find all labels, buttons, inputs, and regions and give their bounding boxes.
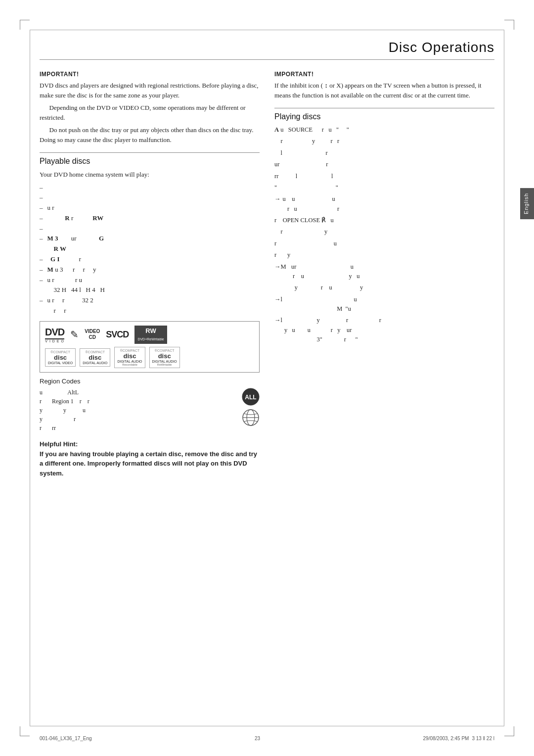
pd-line4: ur r [274, 160, 494, 169]
border-left [30, 30, 30, 726]
important-text-2: If the inhibit icon ( ↕ or X) appears on… [274, 81, 494, 100]
edit-icon: ✎ [70, 329, 79, 340]
pd-line8: r y [274, 227, 494, 236]
page-content: Disc Operations Important! DVD discs and… [40, 40, 494, 716]
cd-digital-audio-rewritable: ®COMPACT disc DIGITAL AUDIO ReWritable [149, 347, 180, 368]
pd-line11: y r u y [274, 283, 494, 292]
helpful-hint-title: Helpful Hint: [40, 439, 260, 449]
region-text: u AltL r Region 1 r r y y u y r r rr [40, 388, 234, 432]
pd-line5: rr l l [274, 172, 494, 181]
list-item: M u 3 r r y [40, 265, 260, 275]
footer-date: 29/08/2003, 2:45 PM 3 13 ll 22 l [423, 736, 494, 741]
region-line3: y y u [40, 406, 234, 415]
region-line5: r rr [40, 424, 234, 432]
list-item: R r RW [40, 213, 260, 224]
pd-line6: " " [274, 183, 494, 192]
important-text-1b: Depending on the DVD or VIDEO CD, some o… [40, 103, 260, 122]
divider-2 [274, 108, 494, 108]
important-label-1: Important! [40, 70, 260, 79]
pd-arrow1: → u u u r u r [274, 194, 494, 214]
list-item [40, 183, 260, 193]
left-column: Important! DVD discs and players are des… [40, 70, 260, 478]
cd-digital-audio-recordable: ®COMPACT disc DIGITAL AUDIO Recordable [114, 347, 145, 368]
arrow-icon-2: →M [274, 262, 286, 272]
cd-digital-audio-plain: ®COMPACT disc DIGITAL AUDIO [80, 348, 110, 367]
pd-arrow4: →l y r ry u u r y ur 3" r " [274, 316, 494, 344]
region-line1: u AltL [40, 388, 234, 397]
important-text-1a: DVD discs and players are designed with … [40, 81, 260, 100]
region-codes-title: Region Codes [40, 378, 260, 385]
list-item: u r r 32 2 [40, 295, 260, 306]
pd-line3: l r [274, 148, 494, 158]
all-globe-icon: ALL [242, 388, 260, 406]
border-bottom [30, 726, 504, 726]
two-column-layout: Important! DVD discs and players are des… [40, 70, 494, 478]
important-text-1c: Do not push on the disc tray or put any … [40, 125, 260, 144]
corner-mark-tr [504, 20, 514, 30]
footer-file-ref: 001-046_LX36_17_Eng [40, 736, 92, 741]
pd-line7: r OPEN CLOSE ℟ u [274, 216, 494, 225]
list-item: G I r [40, 254, 260, 265]
border-right [504, 30, 504, 726]
playing-discs-heading: Playing discs [274, 112, 494, 121]
list-item: u r r u [40, 275, 260, 285]
important-block-2: Important! If the inhibit icon ( ↕ or X)… [274, 70, 494, 100]
world-globe-icon [242, 409, 260, 426]
list-item [40, 192, 260, 203]
disc-logos-box: DVD V I D E O ✎ VIDEOCD SVCD RWDVD+ReWri… [40, 321, 260, 373]
important-block-1: Important! DVD discs and players are des… [40, 70, 260, 144]
footer-extra: 3 13 ll 22 l [472, 736, 494, 741]
list-item: R W [40, 244, 260, 254]
pd-arrow3: →l u M "u [274, 295, 494, 314]
corner-mark-br [504, 726, 514, 736]
playable-discs-intro: Your DVD home cinema system will play: [40, 170, 260, 180]
page-title: Disc Operations [40, 40, 494, 60]
corner-mark-bl [20, 726, 30, 736]
rw-logo: RWDVD+ReWritable [134, 326, 167, 344]
playable-discs-heading: Playable discs [40, 157, 260, 166]
videocd-logo: VIDEOCD [85, 329, 100, 340]
helpful-hint: Helpful Hint: If you are having trouble … [40, 439, 260, 478]
pd-line9: r u [274, 239, 494, 248]
region-icons: ALL [242, 388, 260, 426]
list-item [40, 224, 260, 234]
list-item: u r [40, 203, 260, 213]
disc-logos-row1: DVD V I D E O ✎ VIDEOCD SVCD RWDVD+ReWri… [45, 326, 254, 344]
important-label-2: Important! [274, 70, 494, 79]
language-tab: English [520, 188, 534, 219]
svcd-logo: SVCD [106, 330, 129, 340]
border-top [30, 30, 504, 30]
pd-line2: r y r r [274, 137, 494, 146]
footer-date-text: 29/08/2003, 2:45 PM [423, 736, 469, 741]
region-row: u AltL r Region 1 r r y y u y r r rr [40, 388, 260, 432]
arrow-icon-4: →l [274, 316, 282, 325]
right-column: Important! If the inhibit icon ( ↕ or X)… [274, 70, 494, 478]
list-item: r r [40, 306, 260, 316]
region-line4: y r [40, 415, 234, 424]
pd-line1: A u SOURCE r u " " [274, 125, 494, 135]
disc-logos-row2: ®COMPACT disc DIGITAL VIDEO ®COMPACT dis… [45, 347, 254, 368]
pd-arrow3-text: u M "u [284, 295, 357, 314]
region-line2: r Region 1 r r [40, 397, 234, 406]
pd-arrow1-text: u u u r u r [283, 194, 340, 214]
arrow-icon: → [274, 194, 281, 204]
page-footer: 001-046_LX36_17_Eng 23 29/08/2003, 2:45 … [40, 736, 494, 741]
list-item: M 3 ur G [40, 234, 260, 244]
pd-arrow2: →M ur u r u y u [274, 262, 494, 282]
pd-arrow2-text: ur u r u y u [288, 262, 360, 282]
region-section: Region Codes u AltL r Region 1 r r y y u… [40, 378, 260, 432]
footer-page-number: 23 [255, 736, 260, 741]
playing-discs-content: A u SOURCE r u " " r y r r l r ur r rr l [274, 125, 494, 345]
corner-mark-tl [20, 20, 30, 30]
list-item: 32 H 44 l H 4 H [40, 285, 260, 295]
divider-1 [40, 152, 260, 153]
playable-discs-list: u r R r RW M 3 ur G R W G I r M u 3 r r … [40, 183, 260, 316]
arrow-icon-3: →l [274, 295, 282, 304]
pd-arrow4-text: y r ry u u r y ur 3" r " [284, 316, 381, 344]
pd-line10: r y [274, 250, 494, 260]
cd-digital-video: ®COMPACT disc DIGITAL VIDEO [45, 348, 76, 367]
helpful-hint-text: If you are having trouble playing a cert… [40, 449, 260, 478]
svg-text:ALL: ALL [245, 394, 256, 401]
dvd-logo: DVD V I D E O [45, 327, 64, 343]
